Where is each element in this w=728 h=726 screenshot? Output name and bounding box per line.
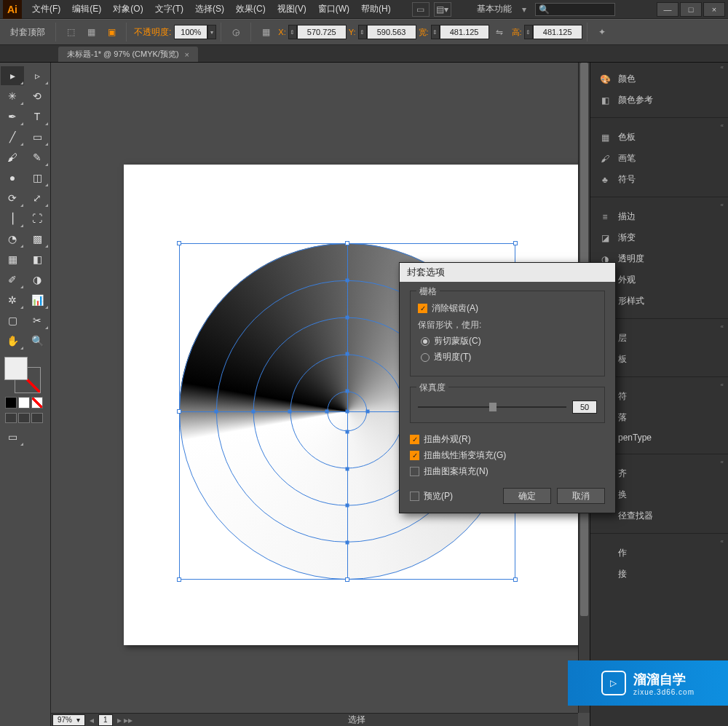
fidelity-slider[interactable] bbox=[418, 406, 566, 408]
panel-color[interactable]: 🎨颜色 bbox=[590, 68, 728, 90]
fill-stroke-swatch[interactable] bbox=[3, 355, 47, 392]
width-tool[interactable]: ⎮ bbox=[1, 209, 24, 228]
scale-tool[interactable]: ⤢ bbox=[25, 189, 49, 208]
envelope-edit-icon[interactable]: ▣ bbox=[103, 24, 119, 40]
panel-swatches[interactable]: ▦色板 bbox=[590, 127, 728, 148]
pencil-tool[interactable]: ✎ bbox=[25, 148, 49, 167]
x-input[interactable] bbox=[297, 25, 347, 39]
arrange-icon[interactable]: ▤▾ bbox=[434, 2, 451, 17]
recolor-icon[interactable]: ◶ bbox=[228, 24, 244, 40]
w-input[interactable] bbox=[440, 25, 489, 39]
menu-edit[interactable]: 编辑(E) bbox=[66, 3, 107, 15]
shape-builder-tool[interactable]: ◔ bbox=[1, 229, 24, 248]
zoom-status[interactable]: 97%▾ bbox=[52, 714, 85, 726]
panel-stroke[interactable]: ≡描边 bbox=[590, 206, 728, 227]
draw-behind-icon[interactable] bbox=[18, 413, 30, 423]
panel-gradient[interactable]: ◪渐变 bbox=[590, 227, 728, 248]
fill-swatch[interactable] bbox=[4, 357, 28, 380]
panel-symbols[interactable]: ♣符号 bbox=[590, 169, 728, 190]
layout-icon[interactable]: ▭ bbox=[412, 2, 430, 17]
eraser-tool[interactable]: ◫ bbox=[25, 168, 49, 187]
slider-thumb[interactable] bbox=[489, 403, 496, 411]
free-transform-tool[interactable]: ⛶ bbox=[25, 209, 49, 228]
hand-tool[interactable]: ✋ bbox=[1, 331, 24, 350]
paintbrush-tool[interactable]: 🖌 bbox=[1, 148, 24, 167]
x-stepper[interactable]: ⇕ bbox=[288, 25, 297, 39]
menu-effect[interactable]: 效果(C) bbox=[230, 3, 272, 15]
menu-view[interactable]: 视图(V) bbox=[272, 3, 312, 15]
perspective-grid-tool[interactable]: ▩ bbox=[25, 229, 49, 248]
blob-brush-tool[interactable]: ● bbox=[1, 168, 24, 187]
sel-handle-tc[interactable] bbox=[345, 241, 349, 245]
sel-handle-tl[interactable] bbox=[177, 241, 181, 245]
color-solid-icon[interactable] bbox=[5, 397, 17, 409]
search-input[interactable]: 🔍 bbox=[535, 3, 615, 16]
h-input[interactable] bbox=[533, 25, 582, 39]
distort-gradient-checkbox[interactable]: ✓ 扭曲线性渐变填充(G) bbox=[410, 449, 605, 462]
mesh-tool[interactable]: ▦ bbox=[1, 250, 24, 269]
sel-handle-bl[interactable] bbox=[177, 577, 181, 582]
menu-window[interactable]: 窗口(W) bbox=[312, 3, 355, 15]
color-none-icon[interactable] bbox=[31, 397, 43, 409]
window-minimize-button[interactable]: — bbox=[657, 2, 678, 17]
menu-select[interactable]: 选择(S) bbox=[189, 3, 230, 15]
artboard-tool[interactable]: ▢ bbox=[1, 311, 24, 330]
graph-tool[interactable]: 📊 bbox=[25, 291, 49, 309]
opacity-dropdown[interactable]: ▾ bbox=[207, 25, 216, 39]
window-close-button[interactable]: × bbox=[703, 2, 725, 17]
y-stepper[interactable]: ⇕ bbox=[358, 25, 367, 39]
y-input[interactable] bbox=[367, 25, 416, 39]
zoom-tool[interactable]: 🔍 bbox=[25, 331, 49, 350]
align-reference-icon[interactable]: ▦ bbox=[258, 24, 274, 40]
workspace-switcher[interactable]: 基本功能 bbox=[467, 3, 522, 15]
distort-appearance-checkbox[interactable]: ✓ 扭曲外观(R) bbox=[410, 433, 605, 446]
link-wh-icon[interactable]: ⇋ bbox=[491, 24, 507, 40]
screen-mode-button[interactable]: ▭ bbox=[1, 427, 24, 446]
panel-color-guide[interactable]: ◧颜色参考 bbox=[590, 90, 728, 111]
lasso-tool[interactable]: ⟲ bbox=[25, 87, 49, 106]
envelope-warp-icon[interactable]: ⬚ bbox=[63, 24, 79, 40]
color-gradient-icon[interactable] bbox=[18, 397, 30, 409]
document-tab[interactable]: 未标题-1* @ 97% (CMYK/预览) × bbox=[58, 47, 198, 62]
opacity-input[interactable] bbox=[174, 25, 207, 39]
draw-normal-icon[interactable] bbox=[5, 413, 17, 423]
rotate-tool[interactable]: ⟳ bbox=[1, 189, 24, 208]
menu-help[interactable]: 帮助(H) bbox=[355, 3, 397, 15]
fidelity-input[interactable] bbox=[572, 401, 597, 414]
panel-actions[interactable]: 作 bbox=[590, 542, 728, 564]
type-tool[interactable]: T bbox=[25, 107, 49, 126]
slice-tool[interactable]: ✂ bbox=[25, 311, 49, 330]
envelope-mesh-icon[interactable]: ▦ bbox=[83, 24, 99, 40]
sel-handle-ml[interactable] bbox=[177, 409, 181, 414]
blend-tool[interactable]: ◑ bbox=[25, 270, 49, 289]
preview-checkbox[interactable]: 预览(P) bbox=[410, 490, 453, 502]
distort-pattern-checkbox[interactable]: 扭曲图案填充(N) bbox=[410, 465, 605, 478]
selection-tool[interactable]: ▸ bbox=[1, 66, 24, 85]
magic-wand-tool[interactable]: ✳ bbox=[1, 87, 24, 106]
gradient-tool[interactable]: ◧ bbox=[25, 250, 49, 269]
chevron-down-icon[interactable]: ▾ bbox=[522, 4, 531, 15]
cancel-button[interactable]: 取消 bbox=[557, 488, 605, 504]
tab-close-icon[interactable]: × bbox=[185, 50, 189, 59]
sel-handle-tr[interactable] bbox=[513, 241, 518, 245]
line-tool[interactable]: ╱ bbox=[1, 127, 24, 146]
transparency-radio[interactable]: 透明度(T) bbox=[421, 351, 597, 363]
w-stepper[interactable]: ⇕ bbox=[431, 25, 440, 39]
clip-mask-radio[interactable]: 剪切蒙版(C) bbox=[421, 335, 597, 347]
antialias-checkbox[interactable]: ✓ 消除锯齿(A) bbox=[418, 302, 597, 315]
eyedropper-tool[interactable]: ✐ bbox=[1, 270, 24, 289]
menu-file[interactable]: 文件(F) bbox=[26, 3, 66, 15]
opacity-label[interactable]: 不透明度: bbox=[131, 26, 174, 39]
direct-selection-tool[interactable]: ▹ bbox=[25, 66, 49, 85]
rectangle-tool[interactable]: ▭ bbox=[25, 127, 49, 146]
window-maximize-button[interactable]: □ bbox=[680, 2, 702, 17]
symbol-sprayer-tool[interactable]: ✲ bbox=[1, 291, 24, 309]
page-status[interactable]: 1 bbox=[98, 714, 113, 726]
menu-type[interactable]: 文字(T) bbox=[149, 3, 189, 15]
panel-links[interactable]: 接 bbox=[590, 564, 728, 585]
draw-inside-icon[interactable] bbox=[31, 413, 43, 423]
h-stepper[interactable]: ⇕ bbox=[524, 25, 533, 39]
sel-handle-bc[interactable] bbox=[345, 577, 349, 582]
ok-button[interactable]: 确定 bbox=[503, 488, 551, 504]
panel-brushes[interactable]: 🖌画笔 bbox=[590, 148, 728, 169]
